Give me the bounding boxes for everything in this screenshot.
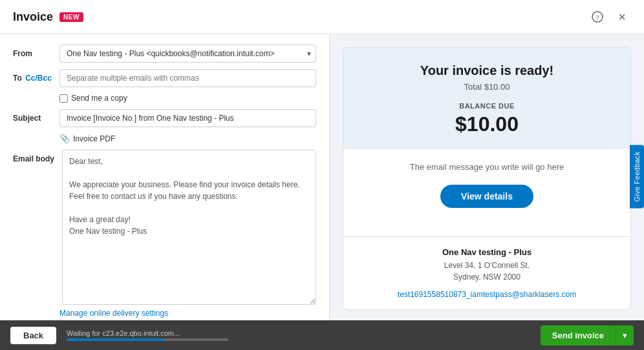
invoice-body-section: The email message you write will go here… — [343, 149, 630, 236]
company-address-line1: Level 34, 1 O'Connell St. — [444, 261, 530, 270]
main-content: From One Nav testing - Plus <quickbooks@… — [0, 34, 644, 320]
company-section: One Nav testing - Plus Level 34, 1 O'Con… — [343, 236, 630, 309]
invoice-total-line: Total $10.00 — [356, 82, 617, 92]
form-panel: From One Nav testing - Plus <quickbooks@… — [0, 34, 330, 320]
to-input[interactable] — [59, 69, 316, 87]
close-icon: × — [618, 10, 626, 25]
feedback-sidebar: Give Feedback — [630, 145, 644, 210]
header-left: Invoice NEW — [13, 10, 83, 24]
to-label: To — [13, 74, 22, 83]
balance-due-label: BALANCE DUE — [356, 102, 617, 110]
subject-input[interactable] — [59, 109, 316, 127]
preview-panel: Your invoice is ready! Total $10.00 BALA… — [330, 34, 644, 320]
from-select-wrapper: One Nav testing - Plus <quickbooks@notif… — [59, 45, 316, 63]
company-address: Level 34, 1 O'Connell St. Sydney, NSW 20… — [356, 260, 617, 283]
footer-bar: Back Waiting for c23.e2e.qbo.intuit.com.… — [0, 320, 644, 350]
from-label: From — [13, 45, 52, 58]
view-details-button[interactable]: View details — [440, 185, 533, 208]
cc-bcc-link[interactable]: Cc/Bcc — [25, 74, 52, 83]
new-badge: NEW — [59, 12, 83, 22]
svg-text:?: ? — [596, 14, 599, 21]
subject-row: Subject — [13, 109, 316, 127]
company-name: One Nav testing - Plus — [356, 247, 617, 257]
dialog-header: Invoice NEW ? × — [0, 0, 644, 34]
email-body-textarea[interactable]: Dear test, We appreciate your business. … — [62, 150, 316, 305]
invoice-ready-title: Your invoice is ready! — [356, 63, 617, 78]
send-copy-checkbox[interactable] — [59, 94, 68, 103]
from-row: From One Nav testing - Plus <quickbooks@… — [13, 45, 316, 63]
email-placeholder-text: The email message you write will go here — [356, 162, 617, 172]
subject-label: Subject — [13, 109, 52, 123]
company-address-line2: Sydney, NSW 2000 — [453, 273, 521, 282]
progress-section: Waiting for c23.e2e.qbo.intuit.com... — [67, 329, 530, 341]
help-button[interactable]: ? — [588, 8, 606, 26]
balance-amount: $10.00 — [356, 112, 617, 136]
close-button[interactable]: × — [613, 8, 631, 26]
send-copy-row: Send me a copy — [59, 94, 316, 103]
manage-delivery-link[interactable]: Manage online delivery settings — [59, 309, 316, 318]
to-row: To Cc/Bcc — [13, 69, 316, 87]
give-feedback-button[interactable]: Give Feedback — [630, 145, 644, 208]
attachment-icon: 📎 — [59, 134, 70, 143]
to-label-group: To Cc/Bcc — [13, 69, 52, 83]
progress-bar-background — [67, 338, 228, 341]
invoice-header-section: Your invoice is ready! Total $10.00 BALA… — [343, 48, 630, 149]
send-copy-label: Send me a copy — [71, 94, 127, 103]
send-invoice-button[interactable]: Send invoice — [541, 325, 616, 345]
send-invoice-dropdown-icon: ▾ — [623, 331, 627, 340]
invoice-preview-card: Your invoice is ready! Total $10.00 BALA… — [343, 47, 631, 310]
company-email-link[interactable]: test1691558510873_iamtestpass@sharklaser… — [398, 290, 576, 299]
header-right: ? × — [588, 8, 631, 26]
send-invoice-group: Send invoice ▾ — [541, 325, 634, 345]
email-body-row: Email body Dear test, We appreciate your… — [13, 150, 316, 305]
attachment-row: 📎 Invoice PDF — [59, 134, 316, 143]
back-button[interactable]: Back — [10, 327, 56, 344]
progress-text: Waiting for c23.e2e.qbo.intuit.com... — [67, 329, 530, 337]
dialog-title: Invoice — [13, 10, 53, 24]
progress-bar-fill — [67, 338, 164, 341]
attachment-label: Invoice PDF — [73, 134, 115, 143]
from-select[interactable]: One Nav testing - Plus <quickbooks@notif… — [59, 45, 316, 63]
email-body-label: Email body — [13, 150, 54, 305]
send-invoice-dropdown-button[interactable]: ▾ — [616, 325, 634, 345]
